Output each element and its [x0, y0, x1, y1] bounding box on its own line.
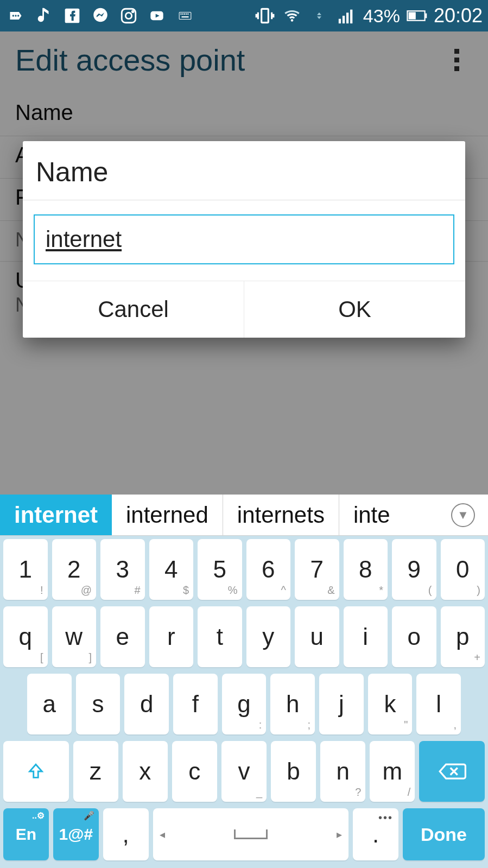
key-5[interactable]: 5% — [198, 539, 242, 600]
clock: 20:02 — [434, 4, 483, 27]
key-s[interactable]: s — [76, 674, 121, 734]
ok-button[interactable]: OK — [244, 281, 465, 338]
key-x[interactable]: x — [123, 741, 168, 802]
svg-point-6 — [125, 12, 131, 18]
key-a[interactable]: a — [27, 674, 72, 734]
key-p[interactable]: p+ — [441, 606, 485, 667]
suggestion-item[interactable]: inte — [339, 495, 404, 535]
svg-rect-19 — [343, 16, 345, 23]
svg-rect-9 — [179, 12, 191, 20]
key-0[interactable]: 0) — [441, 539, 485, 600]
wifi-icon — [282, 5, 302, 26]
name-input[interactable] — [34, 214, 454, 264]
svg-rect-23 — [409, 12, 416, 19]
svg-rect-24 — [425, 14, 427, 18]
key-h[interactable]: h; — [270, 674, 315, 734]
key-4[interactable]: 4$ — [149, 539, 194, 600]
name-dialog: Name Cancel OK — [23, 141, 465, 338]
done-key[interactable]: Done — [403, 808, 485, 860]
key-y[interactable]: y — [246, 606, 291, 667]
space-key[interactable]: ◂▸ — [153, 808, 349, 860]
key-o[interactable]: o — [392, 606, 436, 667]
key-2[interactable]: 2@ — [52, 539, 97, 600]
battery-icon — [407, 5, 427, 26]
signal-icon — [336, 5, 357, 26]
shift-key[interactable] — [3, 741, 69, 802]
status-left-icons — [5, 5, 195, 26]
key-d[interactable]: d — [124, 674, 169, 734]
key-l[interactable]: l, — [416, 674, 461, 734]
svg-point-7 — [132, 11, 134, 12]
key-u[interactable]: u — [295, 606, 339, 667]
svg-rect-11 — [182, 14, 183, 15]
key-9[interactable]: 9( — [392, 539, 436, 600]
soft-keyboard: internet interned internets inte ▼ 1!2@3… — [0, 495, 488, 868]
key-r[interactable]: r — [149, 606, 194, 667]
suggestion-item[interactable]: internet — [0, 495, 112, 535]
svg-point-2 — [17, 15, 19, 16]
backspace-key[interactable] — [419, 741, 485, 802]
suggestion-item[interactable]: interned — [112, 495, 223, 535]
key-c[interactable]: c — [172, 741, 217, 802]
music-icon — [34, 5, 54, 26]
status-bar: 43% 20:02 — [0, 0, 488, 31]
comma-key[interactable]: , — [103, 808, 149, 860]
key-i[interactable]: i — [344, 606, 388, 667]
key-b[interactable]: b — [271, 741, 316, 802]
svg-rect-12 — [184, 14, 185, 15]
key-w[interactable]: w] — [52, 606, 97, 667]
lang-key[interactable]: ..⚙En — [3, 808, 49, 860]
svg-rect-10 — [180, 14, 181, 15]
suggestion-bar: internet interned internets inte ▼ — [0, 495, 488, 536]
key-7[interactable]: 7& — [295, 539, 339, 600]
youtube-icon — [147, 5, 167, 26]
key-3[interactable]: 3# — [100, 539, 145, 600]
key-t[interactable]: t — [198, 606, 242, 667]
svg-rect-14 — [187, 14, 188, 15]
data-arrows-icon — [309, 5, 329, 26]
key-1[interactable]: 1! — [3, 539, 48, 600]
key-n[interactable]: n? — [320, 741, 365, 802]
vibrate-icon — [255, 5, 275, 26]
svg-rect-20 — [346, 12, 348, 23]
svg-rect-16 — [262, 9, 269, 22]
svg-point-1 — [15, 15, 16, 16]
svg-rect-21 — [350, 10, 352, 23]
dialog-title: Name — [23, 141, 465, 200]
suggestion-item[interactable]: internets — [223, 495, 339, 535]
key-z[interactable]: z — [73, 741, 118, 802]
cancel-button[interactable]: Cancel — [23, 281, 244, 338]
messenger-icon — [90, 5, 111, 26]
key-k[interactable]: k" — [368, 674, 413, 734]
symbols-key[interactable]: 🎤1@# — [53, 808, 99, 860]
key-v[interactable]: v_ — [221, 741, 267, 802]
instagram-icon — [118, 5, 139, 26]
key-e[interactable]: e — [100, 606, 145, 667]
keyboard-notif-icon — [175, 5, 195, 26]
suggestion-expand[interactable]: ▼ — [446, 495, 488, 535]
battery-pct: 43% — [363, 5, 400, 27]
key-g[interactable]: g: — [222, 674, 267, 734]
svg-point-0 — [12, 15, 14, 16]
svg-rect-18 — [339, 19, 341, 24]
key-f[interactable]: f — [173, 674, 218, 734]
dot-key[interactable]: •••. — [353, 808, 398, 860]
notification-icon — [5, 5, 26, 26]
svg-point-17 — [291, 19, 294, 22]
status-right: 43% 20:02 — [255, 4, 483, 27]
key-8[interactable]: 8* — [344, 539, 388, 600]
svg-rect-15 — [182, 16, 189, 17]
key-m[interactable]: m/ — [370, 741, 415, 802]
svg-rect-13 — [186, 14, 187, 15]
key-6[interactable]: 6^ — [246, 539, 291, 600]
key-j[interactable]: j — [319, 674, 364, 734]
key-q[interactable]: q[ — [3, 606, 48, 667]
facebook-icon — [62, 5, 83, 26]
